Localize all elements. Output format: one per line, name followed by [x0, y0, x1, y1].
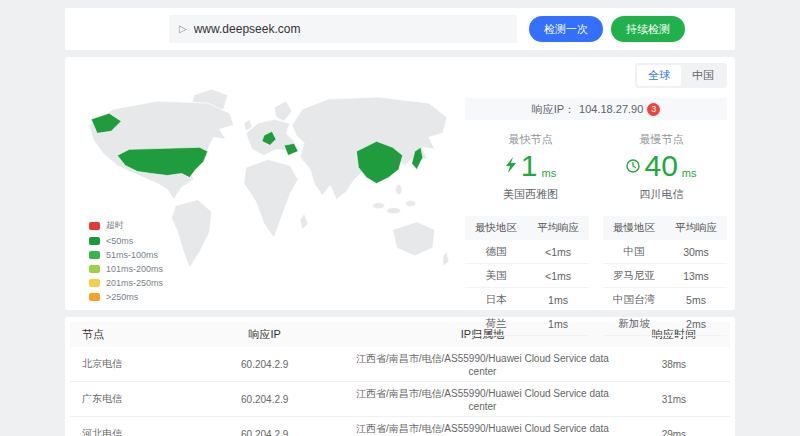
table-cell: 江西省/南昌市/电信/AS55990/Huawei Cloud Service … — [347, 382, 618, 417]
table-cell: 1ms — [527, 288, 589, 312]
response-ip-value: 104.18.27.90 — [579, 103, 643, 115]
table-cell: 1ms — [527, 312, 589, 336]
scope-tab-group: 全球 中国 — [635, 63, 727, 88]
url-input[interactable] — [194, 22, 507, 36]
clock-icon — [626, 159, 640, 181]
legend-swatch — [89, 222, 100, 230]
node-col-header: 节点 — [70, 322, 182, 347]
fastest-node-title: 最快节点 — [465, 132, 596, 147]
response-ip-bar: 响应IP： 104.18.27.90 3 — [465, 98, 727, 120]
slowest-node-value: 40 — [644, 151, 677, 181]
map-region-indonesia — [373, 203, 385, 209]
fastest-node-value: 1 — [521, 151, 538, 181]
overview-card: 超时<50ms51ms-100ms101ms-200ms201ms-250ms>… — [65, 57, 735, 310]
table-cell: 河北电信 — [70, 417, 182, 436]
table-row: 北京电信60.204.2.9江西省/南昌市/电信/AS55990/Huawei … — [70, 347, 730, 382]
map-region-new-guinea — [406, 201, 416, 207]
legend-label: >250ms — [106, 292, 138, 302]
table-cell: <1ms — [527, 264, 589, 288]
legend-item: 201ms-250ms — [89, 278, 163, 288]
table-cell: 31ms — [618, 382, 730, 417]
map-region-australia — [393, 222, 435, 256]
table-cell: 38ms — [618, 347, 730, 382]
slowest-node-stat: 最慢节点 40 ms 四川电信 — [596, 132, 727, 202]
legend-swatch — [89, 237, 100, 245]
table-row: 中国30ms — [603, 240, 727, 264]
legend-label: 超时 — [106, 219, 124, 232]
table-cell: 日本 — [465, 288, 527, 312]
legend-item: >250ms — [89, 292, 163, 302]
table-cell: 美国 — [465, 264, 527, 288]
table-cell: 13ms — [665, 264, 727, 288]
table-row: 日本1ms — [465, 288, 589, 312]
continuous-detect-button[interactable]: 持续检测 — [611, 16, 685, 42]
slowest-node-unit: ms — [682, 167, 697, 181]
table-cell: 中国 — [603, 240, 665, 264]
table-cell: 荷兰 — [465, 312, 527, 336]
table-cell: 29ms — [618, 417, 730, 436]
node-table: 节点 响应IP IP归属地 响应时间 北京电信60.204.2.9江西省/南昌市… — [70, 322, 730, 436]
legend-label: 51ms-100ms — [106, 250, 158, 260]
legend-swatch — [89, 279, 100, 287]
region-tables: 最快地区 平均响应 德国<1ms美国<1ms日本1ms荷兰1ms 最慢地区 平均… — [465, 216, 727, 336]
table-cell: 罗马尼亚 — [603, 264, 665, 288]
ip-col-header: 响应IP — [182, 322, 347, 347]
tab-china[interactable]: 中国 — [681, 65, 725, 86]
table-cell: <1ms — [527, 240, 589, 264]
legend-label: <50ms — [106, 236, 133, 246]
legend-swatch — [89, 251, 100, 259]
map-legend: 超时<50ms51ms-100ms101ms-200ms201ms-250ms>… — [89, 219, 163, 306]
fastest-node-name: 美国西雅图 — [465, 187, 596, 202]
table-cell: 广东电信 — [70, 382, 182, 417]
map-region-philippines — [396, 185, 402, 195]
table-row: 中国台湾5ms — [603, 288, 727, 312]
slowest-avg-header: 平均响应 — [665, 216, 727, 240]
scope-tabs: 全球 中国 — [465, 63, 727, 88]
ip-count-badge[interactable]: 3 — [647, 103, 660, 116]
legend-swatch — [89, 265, 100, 273]
table-row: 广东电信60.204.2.9江西省/南昌市/电信/AS55990/Huawei … — [70, 382, 730, 417]
table-cell: 60.204.2.9 — [182, 347, 347, 382]
table-row: 河北电信60.204.2.9江西省/南昌市/电信/AS55990/Huawei … — [70, 417, 730, 436]
lightning-icon — [505, 157, 517, 181]
legend-item: 101ms-200ms — [89, 264, 163, 274]
table-cell: 中国台湾 — [603, 288, 665, 312]
legend-label: 101ms-200ms — [106, 264, 163, 274]
map-region-indonesia-east — [387, 208, 401, 214]
legend-swatch — [89, 293, 100, 301]
map-region-new-zealand — [443, 252, 449, 266]
fastest-node-unit: ms — [542, 167, 557, 181]
table-row: 美国<1ms — [465, 264, 589, 288]
slowest-node-name: 四川电信 — [596, 187, 727, 202]
search-bar: ▷ 检测一次 持续检测 — [65, 8, 735, 50]
slowest-region-table: 最慢地区 平均响应 中国30ms罗马尼亚13ms中国台湾5ms新加坡2ms — [603, 216, 727, 336]
table-row: 新加坡2ms — [603, 312, 727, 336]
detect-once-button[interactable]: 检测一次 — [529, 16, 603, 42]
stats-row: 最快节点 1 ms 美国西雅图 最慢节点 — [465, 132, 727, 202]
table-cell: 2ms — [665, 312, 727, 336]
table-cell: 江西省/南昌市/电信/AS55990/Huawei Cloud Service … — [347, 417, 618, 436]
map-region-africa — [244, 159, 298, 237]
page-container: ▷ 检测一次 持续检测 — [65, 8, 735, 436]
table-cell: 德国 — [465, 240, 527, 264]
table-cell: 60.204.2.9 — [182, 382, 347, 417]
tab-global[interactable]: 全球 — [637, 65, 681, 86]
table-row: 荷兰1ms — [465, 312, 589, 336]
table-cell: 5ms — [665, 288, 727, 312]
response-ip-label: 响应IP： — [532, 102, 575, 117]
map-region-romania-highlight — [284, 143, 298, 155]
result-panel: 全球 中国 响应IP： 104.18.27.90 3 最快节点 1 — [465, 63, 727, 336]
table-cell: 新加坡 — [603, 312, 665, 336]
slowest-node-title: 最慢节点 — [596, 132, 727, 147]
url-input-wrap[interactable]: ▷ — [169, 15, 517, 43]
map-region-madagascar — [300, 214, 308, 230]
legend-label: 201ms-250ms — [106, 278, 163, 288]
legend-item: 超时 — [89, 219, 163, 232]
slowest-region-header: 最慢地区 — [603, 216, 665, 240]
map-region-usa-highlight — [117, 147, 207, 177]
fastest-node-stat: 最快节点 1 ms 美国西雅图 — [465, 132, 596, 202]
table-cell: 30ms — [665, 240, 727, 264]
legend-item: 51ms-100ms — [89, 250, 163, 260]
table-cell: 60.204.2.9 — [182, 417, 347, 436]
table-cell: 江西省/南昌市/电信/AS55990/Huawei Cloud Service … — [347, 347, 618, 382]
